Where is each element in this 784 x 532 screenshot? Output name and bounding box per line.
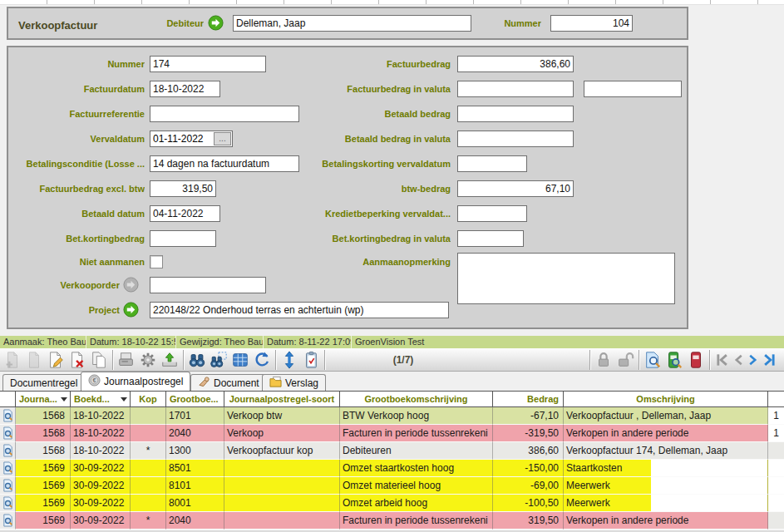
cell-omschrijving: Meerwerk [564, 477, 768, 495]
header-panel: Verkoopfactuur Debiteur Nummer [7, 7, 688, 40]
table-row[interactable]: 1569 30-09-2022 8001 Omzet arbeid hoog -… [0, 495, 784, 512]
sort-updown-icon[interactable] [279, 350, 300, 370]
cell-soort [224, 512, 340, 530]
view-red-binder-icon[interactable] [685, 350, 707, 370]
tab-documentregel[interactable]: Documentregel [2, 374, 85, 391]
debiteur-input[interactable] [233, 15, 471, 32]
export-icon[interactable] [159, 350, 180, 370]
niet-aanmanen-checkbox[interactable] [150, 255, 163, 268]
row-detail-icon[interactable] [0, 460, 16, 477]
cell-grootboek: 8501 [166, 460, 224, 477]
table-row[interactable]: 1569 30-09-2022 8101 Omzet materieel hoo… [0, 477, 784, 495]
header-journaalpost[interactable]: Journa... [16, 392, 71, 406]
cell-boekdatum: 30-09-2022 [71, 512, 131, 530]
betalingsconditie-label: Betalingsconditie (Losse ... [12, 155, 145, 172]
open-document-icon[interactable] [23, 350, 45, 370]
project-input[interactable] [150, 302, 449, 318]
table-row[interactable]: 1568 18-10-2022 1701 Verkoop btw BTW Ver… [0, 407, 784, 425]
bet-kortingbedrag-input[interactable] [150, 230, 216, 247]
detail-tabbar: Documentregel € Journaalpostregel Docume… [0, 372, 784, 391]
grid-view-icon[interactable] [229, 350, 251, 370]
debiteur-goto-icon[interactable] [208, 15, 224, 31]
header-grootboek[interactable]: Grootboe... [166, 392, 224, 406]
btw-bedrag-label: btw-bedrag [258, 180, 451, 197]
tab-journaalpostregel[interactable]: € Journaalpostregel [81, 372, 190, 391]
toolbar-separator [275, 350, 276, 370]
filter-dropdown-icon[interactable] [121, 397, 127, 401]
table-row[interactable]: 1569 30-09-2022 * 2040 Facturen in perio… [0, 512, 784, 530]
edit-document-icon[interactable] [45, 350, 67, 370]
new-document-icon[interactable] [2, 350, 23, 370]
header-nummer-input[interactable] [550, 15, 633, 32]
row-detail-icon[interactable] [0, 407, 16, 425]
nav-next-icon[interactable] [746, 350, 761, 370]
valuta-code-input[interactable] [584, 81, 682, 97]
row-detail-icon[interactable] [0, 495, 16, 512]
header-omschrijving[interactable]: Omschrijving [564, 392, 768, 406]
verkooporder-input[interactable] [150, 277, 266, 293]
betaald-bedrag-input[interactable] [457, 106, 574, 122]
search-binoculars-icon[interactable] [186, 350, 208, 370]
table-row[interactable]: 1568 18-10-2022 * 1300 Verkoopfactuur ko… [0, 442, 784, 460]
nav-last-icon[interactable] [761, 350, 779, 370]
btw-bedrag-input[interactable] [457, 180, 574, 197]
nummer-label: Nummer [12, 56, 145, 72]
copy-document-icon[interactable] [88, 350, 110, 370]
cell-soort: Verkoop btw [224, 407, 340, 425]
factuurdatum-input[interactable] [150, 81, 220, 97]
nav-first-icon[interactable] [713, 350, 731, 370]
betalingskorting-vervaldatum-input[interactable] [457, 155, 527, 172]
nav-previous-icon[interactable] [731, 350, 746, 370]
view-document-icon[interactable] [642, 350, 663, 370]
stamp-icon [198, 376, 210, 391]
cell-bedrag: 319,50 [493, 512, 564, 530]
row-detail-icon[interactable] [0, 442, 16, 460]
lock-closed-icon[interactable] [593, 350, 614, 370]
factuurbedrag-excl-btw-input[interactable] [150, 180, 216, 197]
betaald-bedrag-valuta-input[interactable] [457, 131, 574, 147]
clipboard-check-icon[interactable] [300, 350, 322, 370]
nummer-input[interactable] [150, 56, 266, 72]
header-boekdatum[interactable]: Boekd... [71, 392, 131, 406]
row-detail-icon[interactable] [0, 512, 16, 530]
search-selection-icon[interactable] [208, 350, 229, 370]
table-row[interactable]: 1569 30-09-2022 8501 Omzet staartkosten … [0, 460, 784, 477]
cell-boekdatum: 18-10-2022 [71, 442, 131, 460]
tab-verslag[interactable]: Verslag [262, 374, 326, 391]
vervaldatum-browse-button[interactable]: ... [214, 132, 231, 145]
background-grid-strip [0, 0, 784, 5]
cell-soort [224, 460, 340, 477]
cell-kop: * [131, 442, 166, 460]
table-row[interactable]: 1568 18-10-2022 2040 Verkoop Facturen in… [0, 425, 784, 442]
vervaldatum-input[interactable] [150, 131, 213, 146]
factuurbedrag-valuta-input[interactable] [457, 81, 574, 97]
cell-end [768, 512, 784, 530]
bet-korting-valuta-input[interactable] [457, 230, 524, 247]
cell-journaalpost: 1569 [16, 512, 71, 530]
view-green-binder-icon[interactable] [663, 350, 685, 370]
aanmaanopmerking-textarea[interactable] [457, 253, 675, 304]
print-icon[interactable] [116, 350, 137, 370]
header-kop[interactable]: Kop [131, 392, 166, 406]
row-detail-icon[interactable] [0, 477, 16, 495]
cell-grootboekomschrijving: BTW Verkoop hoog [340, 407, 493, 425]
niet-aanmanen-label: Niet aanmanen [12, 254, 145, 270]
betaald-datum-input[interactable] [150, 205, 220, 222]
tab-document[interactable]: Document [190, 374, 267, 391]
header-journaalpostregel-soort[interactable]: Journaalpostregel-soort [224, 392, 340, 406]
delete-document-icon[interactable] [67, 350, 88, 370]
lock-open-icon[interactable] [614, 350, 636, 370]
row-detail-icon[interactable] [0, 425, 16, 442]
kredietbeperking-input[interactable] [457, 205, 527, 222]
settings-gear-icon[interactable] [137, 350, 159, 370]
invoice-form-panel: Nummer Factuurdatum Factuurreferentie Ve… [7, 46, 688, 329]
cell-bedrag: -319,50 [493, 425, 564, 442]
verkooporder-goto-icon[interactable] [123, 277, 139, 293]
header-bedrag[interactable]: Bedrag [493, 392, 564, 406]
journaalpostregel-table: Journa... Boekd... Kop Grootboe... Journ… [0, 391, 784, 532]
filter-dropdown-icon[interactable] [61, 397, 67, 401]
refresh-sync-icon[interactable] [251, 350, 273, 370]
header-grootboekomschrijving[interactable]: Grootboekomschrijving [340, 392, 493, 406]
factuurbedrag-input[interactable] [457, 56, 574, 72]
project-goto-icon[interactable] [123, 302, 139, 318]
